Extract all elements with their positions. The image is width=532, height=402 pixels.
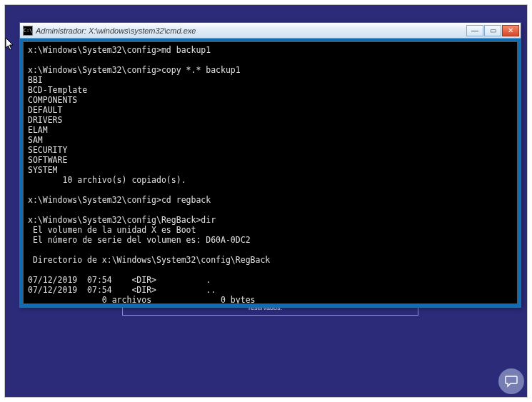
maximize-button[interactable]: ▭	[484, 25, 501, 36]
terminal-line: 07/12/2019 07:54 <DIR> ..	[28, 285, 216, 295]
terminal-line: SYSTEM	[28, 165, 58, 175]
desktop-background: © 2020 Microsoft Corporation. Todos los …	[5, 5, 527, 397]
window-title: Administrador: X:\windows\system32\cmd.e…	[36, 26, 466, 35]
terminal-line: Directorio de x:\Windows\System32\config…	[28, 255, 270, 265]
terminal-line: x:\Windows\System32\config>cd regback	[28, 195, 211, 205]
terminal-line: x:\Windows\System32\config>copy *.* back…	[28, 65, 241, 75]
close-button[interactable]: ✕	[502, 25, 519, 36]
terminal-line: BCD-Template	[28, 85, 87, 95]
terminal-line: DRIVERS	[28, 115, 62, 125]
speech-bubble-icon	[504, 374, 518, 388]
chat-widget-icon[interactable]	[498, 368, 524, 394]
title-bar[interactable]: C:\ Administrador: X:\windows\system32\c…	[20, 23, 521, 39]
window-buttons: — ▭ ✕	[466, 25, 519, 36]
screenshot-frame: © 2020 Microsoft Corporation. Todos los …	[4, 4, 528, 398]
terminal-line: BBI	[28, 75, 43, 85]
minimize-button[interactable]: —	[466, 25, 483, 36]
terminal-line: x:\Windows\System32\config\RegBack>dir	[28, 215, 216, 225]
terminal-line: SECURITY	[28, 145, 67, 155]
terminal-line: 10 archivo(s) copiado(s).	[28, 175, 186, 185]
terminal-line: ELAM	[28, 125, 48, 135]
terminal-line: El número de serie del volumen es: D60A-…	[28, 235, 251, 245]
terminal-line: SOFTWARE	[28, 155, 67, 165]
cmd-icon: C:\	[23, 26, 33, 36]
terminal-line: 0 archivos 0 bytes	[28, 295, 256, 304]
terminal-output[interactable]: x:\Windows\System32\config>md backup1 x:…	[23, 41, 518, 304]
terminal-line: COMPONENTS	[28, 95, 77, 105]
terminal-line: 07/12/2019 07:54 <DIR> .	[28, 275, 211, 285]
terminal-line: x:\Windows\System32\config>md backup1	[28, 45, 211, 55]
terminal-line: DEFAULT	[28, 105, 62, 115]
terminal-line: SAM	[28, 135, 43, 145]
cmd-window: C:\ Administrador: X:\windows\system32\c…	[19, 22, 521, 308]
terminal-line: El volumen de la unidad X es Boot	[28, 225, 196, 235]
mouse-cursor-icon	[5, 37, 15, 51]
